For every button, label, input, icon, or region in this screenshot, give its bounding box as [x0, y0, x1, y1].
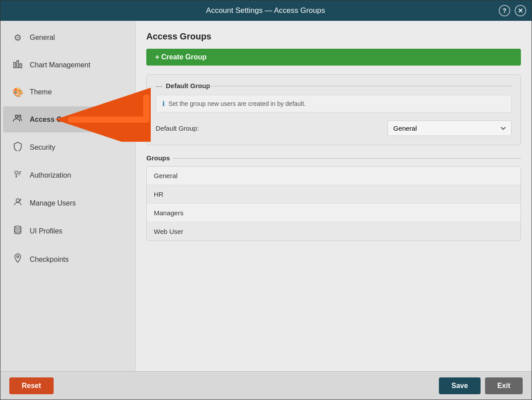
- svg-point-5: [15, 171, 18, 174]
- security-icon: [12, 141, 23, 153]
- exit-button[interactable]: Exit: [485, 377, 523, 394]
- svg-point-8: [17, 256, 19, 258]
- svg-point-3: [16, 115, 18, 118]
- help-button[interactable]: ?: [499, 5, 510, 16]
- page-title: Access Groups: [146, 31, 521, 42]
- group-item-hr[interactable]: HR: [147, 185, 520, 204]
- footer-right: Save Exit: [439, 377, 523, 394]
- manage-users-icon: [12, 197, 23, 209]
- sidebar-item-chart-management[interactable]: Chart Management: [3, 52, 133, 78]
- groups-section: Groups General HR Managers Web User: [146, 154, 521, 241]
- default-group-section: — Default Group ℹ Set the group new user…: [146, 74, 521, 145]
- group-item-general[interactable]: General: [147, 167, 520, 185]
- create-group-button[interactable]: + Create Group: [146, 49, 521, 66]
- titlebar: Account Settings — Access Groups ? ✕: [0, 0, 532, 21]
- sidebar-item-authorization[interactable]: Authorization: [3, 162, 133, 188]
- reset-button[interactable]: Reset: [9, 377, 54, 394]
- info-row: ℹ Set the group new users are created in…: [156, 95, 512, 113]
- info-text: Set the group new users are created in b…: [168, 100, 306, 107]
- authorization-icon: [12, 169, 23, 181]
- close-button[interactable]: ✕: [515, 5, 526, 16]
- access-groups-icon: [12, 113, 23, 125]
- svg-rect-0: [14, 62, 16, 68]
- sidebar-label-security: Security: [30, 144, 55, 151]
- group-item-web-user[interactable]: Web User: [147, 222, 520, 241]
- footer-left: Reset: [9, 377, 54, 394]
- sidebar-label-manage-users: Manage Users: [30, 199, 76, 207]
- group-item-managers[interactable]: Managers: [147, 204, 520, 222]
- groups-list: General HR Managers Web User: [146, 166, 521, 241]
- sidebar-item-checkpoints[interactable]: Checkpoints: [3, 246, 133, 273]
- sidebar: ⚙ General Chart Management 🎨 T: [0, 21, 136, 371]
- default-group-label: Default Group:: [156, 124, 199, 132]
- sidebar-label-authorization: Authorization: [30, 171, 71, 179]
- svg-rect-2: [20, 64, 22, 68]
- chart-icon: [12, 59, 23, 71]
- svg-rect-1: [17, 61, 19, 68]
- sidebar-label-general: General: [30, 34, 55, 42]
- sidebar-item-general[interactable]: ⚙ General: [3, 25, 133, 50]
- default-group-select[interactable]: General HR Managers Web User: [387, 120, 512, 136]
- sidebar-label-access-groups: Access Groups: [30, 116, 82, 124]
- groups-header: Groups: [146, 154, 521, 162]
- theme-icon: 🎨: [12, 87, 23, 97]
- checkpoints-icon: [12, 253, 23, 266]
- sidebar-label-ui-profiles: UI Profiles: [30, 227, 63, 235]
- default-group-row: Default Group: General HR Managers Web U…: [156, 119, 512, 138]
- sidebar-item-ui-profiles[interactable]: UI Profiles: [3, 218, 133, 244]
- sidebar-item-theme[interactable]: 🎨 Theme: [3, 80, 133, 105]
- footer: Reset Save Exit: [0, 371, 532, 400]
- window-title: Account Settings — Access Groups: [32, 6, 499, 15]
- main-content: Access Groups + Create Group — Default G…: [136, 21, 532, 371]
- gear-icon: ⚙: [12, 32, 23, 43]
- info-icon: ℹ: [162, 100, 165, 108]
- content-area: ⚙ General Chart Management 🎨 T: [0, 21, 532, 371]
- ui-profiles-icon: [12, 225, 23, 237]
- save-button[interactable]: Save: [439, 377, 480, 394]
- sidebar-item-manage-users[interactable]: Manage Users: [3, 190, 133, 216]
- sidebar-label-theme: Theme: [30, 88, 52, 96]
- svg-point-4: [19, 115, 21, 118]
- sidebar-label-checkpoints: Checkpoints: [30, 256, 69, 264]
- sidebar-label-chart-management: Chart Management: [30, 61, 90, 69]
- default-group-header: — Default Group: [156, 82, 512, 89]
- sidebar-item-access-groups[interactable]: Access Groups: [3, 106, 133, 132]
- svg-point-7: [15, 226, 21, 228]
- sidebar-item-security[interactable]: Security: [3, 134, 133, 160]
